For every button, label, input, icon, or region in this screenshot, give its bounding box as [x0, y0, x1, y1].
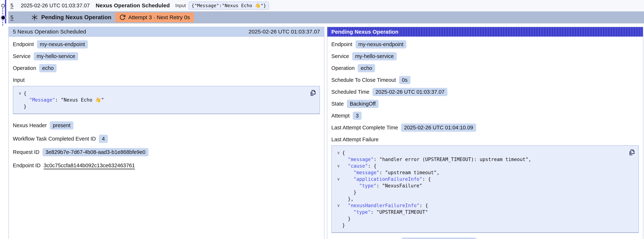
json-text: : { [422, 176, 431, 182]
collapse-chevron-icon[interactable]: ∨ [335, 163, 342, 169]
event-input-label: Input [175, 3, 186, 8]
retry-badge-label: Attempt 3 · Next Retry 0s [128, 14, 190, 20]
copy-button[interactable] [628, 148, 636, 156]
field-row-service: Service my-hello-service [331, 52, 639, 60]
field-value-badge: echo [358, 64, 375, 72]
field-value-badge: 0s [399, 76, 410, 84]
field-row-scheduled-time: Scheduled Time 2025-02-26 UTC 01:03:37.0… [331, 88, 639, 96]
collapse-chevron-icon[interactable]: ∨ [335, 202, 342, 209]
code-line: } [16, 103, 308, 110]
timeline-active-indicator-bar [5, 0, 6, 24]
left-panel-title: 5 Nexus Operation Scheduled [13, 28, 86, 35]
field-label: Operation [331, 65, 354, 71]
field-value-badge: my-hello-service [352, 52, 397, 60]
field-value-badge: 3e829b7e-7d67-4b08-aad3-b1e868bfe9e0 [42, 148, 148, 156]
json-key: "message" [348, 157, 374, 162]
field-label: Endpoint [13, 41, 34, 48]
collapse-chevron-icon[interactable]: ∨ [335, 150, 342, 156]
field-label: Last Attempt Complete Time [331, 124, 398, 131]
code-line: ∨"nexusHandlerFailureInfo": { [335, 202, 627, 209]
nexus-operation-scheduled-panel: 5 Nexus Operation Scheduled 2025-02-26 U… [8, 27, 324, 239]
json-key: "nexusHandlerFailureInfo" [348, 203, 420, 208]
json-text: { [24, 90, 26, 96]
event-row-pending-nexus-operation[interactable]: 5 Pending Nexus Operation Attempt 3 · Ne… [8, 11, 644, 24]
input-section-label: Input [13, 77, 320, 83]
copy-button[interactable] [309, 89, 316, 97]
field-value-badge: my-hello-service [34, 52, 78, 60]
field-value-badge: my-nexus-endpoint [37, 40, 88, 48]
code-line: "message": "handler error (UPSTREAM_TIME… [335, 156, 627, 163]
field-value-badge: BackingOff [347, 100, 378, 108]
left-panel-header: 5 Nexus Operation Scheduled 2025-02-26 U… [9, 27, 324, 36]
json-text: } [24, 104, 26, 109]
copy-icon [628, 148, 635, 156]
field-row-nexus-header: Nexus Header present [13, 121, 320, 130]
endpoint-id-link[interactable]: 3c0c75ccfa8144b092c13ce632463761 [44, 162, 135, 168]
field-label: Operation [13, 65, 36, 71]
field-value-badge: 4 [99, 135, 108, 143]
code-line: } [335, 222, 627, 228]
json-text: : "Nexus Echo 👋" [55, 97, 104, 103]
field-label: Nexus Header [13, 122, 47, 128]
field-row-next-attempt-schedule-time: Next Attempt Schedule Time 2025-02-26 UT… [331, 237, 639, 239]
field-label: Scheduled Time [331, 89, 370, 95]
field-row-operation: Operation echo [13, 64, 320, 72]
json-key: "type" [359, 183, 376, 188]
field-label: Endpoint ID [13, 162, 41, 168]
json-text: } [354, 190, 356, 195]
field-row-schedule-to-close-timeout: Schedule To Close Timeout 0s [331, 76, 639, 84]
field-value-badge: 2025-02-26 UTC 01:04:10.09 [401, 124, 476, 132]
field-row-operation: Operation echo [331, 64, 639, 72]
field-label: Workflow Task Completed Event ID [13, 136, 96, 142]
field-label: Endpoint [331, 41, 352, 48]
code-line: "type": "NexusFailure" [335, 182, 627, 189]
right-panel-body: Endpoint my-nexus-endpoint Service my-he… [327, 40, 643, 239]
retry-attempt-badge: Attempt 3 · Next Retry 0s [115, 12, 194, 22]
field-value-badge: 2025-02-26 UTC 01:04:13.93 [402, 238, 476, 239]
json-key: "Message" [29, 97, 55, 103]
event-id-link[interactable]: 5 [10, 2, 13, 8]
json-text: : "handler error (UPSTREAM_TIMEOUT): ups… [374, 157, 531, 162]
json-key: "applicationFailureInfo" [354, 176, 422, 182]
left-panel-body: Endpoint my-nexus-endpoint Service my-he… [9, 40, 324, 175]
last-attempt-failure-label: Last Attempt Failure [331, 136, 639, 143]
field-value-badge: my-nexus-endpoint [356, 40, 406, 48]
last-attempt-failure-json-viewer: ∨{"message": "handler error (UPSTREAM_TI… [331, 145, 639, 233]
field-row-service: Service my-hello-service [13, 52, 320, 60]
event-timestamp: 2025-02-26 UTC 01:03:37.07 [21, 2, 90, 8]
json-text: : { [420, 203, 428, 208]
right-panel-title: Pending Nexus Operation [331, 29, 398, 35]
field-value-badge: present [50, 121, 74, 130]
field-row-last-attempt-complete-time: Last Attempt Complete Time 2025-02-26 UT… [331, 123, 639, 132]
json-text: { [342, 150, 345, 156]
collapse-chevron-icon[interactable]: ∨ [16, 90, 24, 96]
field-row-endpoint: Endpoint my-nexus-endpoint [331, 40, 639, 48]
event-input-value-chip: {"Message":"Nexus Echo 👋"} [189, 2, 269, 10]
event-row-nexus-operation-scheduled[interactable]: 5 2025-02-26 UTC 01:03:37.07 Nexus Opera… [8, 0, 644, 11]
json-text: }, [348, 196, 354, 202]
field-row-workflow-task-completed-event-id: Workflow Task Completed Event ID 4 [13, 134, 320, 143]
pending-nexus-operation-panel: Pending Nexus Operation Endpoint my-nexu… [327, 27, 643, 239]
json-text: } [348, 216, 351, 222]
field-row-request-id: Request ID 3e829b7e-7d67-4b08-aad3-b1e86… [13, 148, 320, 156]
code-line: } [335, 189, 627, 196]
json-text: } [342, 222, 345, 228]
event-id-link[interactable]: 5 [10, 14, 13, 20]
code-line: "type": "UPSTREAM_TIMEOUT" [335, 209, 627, 216]
code-line: ∨{ [16, 90, 308, 96]
code-line: "message": "upstream timeout", [335, 169, 627, 176]
field-label: Attempt [331, 113, 350, 119]
timeline-filled-dot-marker [2, 16, 5, 20]
field-label: Service [331, 53, 349, 59]
pending-asterisk-icon [31, 14, 38, 21]
field-label: Schedule To Close Timeout [331, 77, 396, 83]
retry-icon [119, 14, 126, 21]
field-row-endpoint: Endpoint my-nexus-endpoint [13, 40, 320, 48]
field-label: Request ID [13, 149, 39, 155]
code-line: }, [335, 196, 627, 202]
timeline-open-circle-marker [1, 4, 5, 8]
json-key: "type" [354, 209, 371, 215]
code-line: ∨{ [335, 150, 627, 156]
collapse-chevron-icon[interactable]: ∨ [335, 176, 342, 182]
code-line: ∨"applicationFailureInfo": { [335, 176, 627, 182]
